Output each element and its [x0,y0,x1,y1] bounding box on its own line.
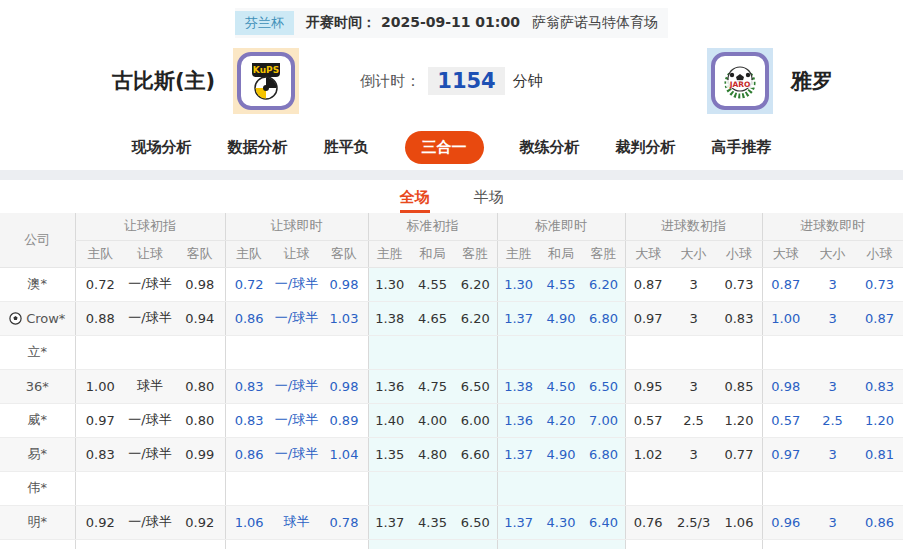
odds-cell[interactable]: 0.87 [762,267,809,301]
odds-cell[interactable]: 6.40 [582,505,625,539]
odds-cell[interactable]: 0.86 [225,437,273,471]
odds-cell[interactable]: 0.73 [856,267,903,301]
odds-cell[interactable]: 0.87 [856,301,903,335]
odds-cell: 0.88 [75,301,125,335]
odds-cell[interactable]: 4.90 [540,301,583,335]
odds-cell [671,539,717,549]
odds-cell[interactable]: 6.80 [582,301,625,335]
odds-cell[interactable]: 2.5 [809,403,856,437]
odds-cell[interactable]: 0.78 [320,505,368,539]
odds-cell[interactable]: 0.83 [225,403,273,437]
odds-cell [175,471,225,505]
odds-cell[interactable]: 1.37 [497,437,540,471]
odds-cell: 0.83 [75,437,125,471]
odds-cell[interactable]: 一/球半 [273,369,321,403]
soccer-ball-icon [9,312,22,325]
odds-cell[interactable]: 0.83 [225,369,273,403]
odds-cell[interactable]: 1.38 [497,369,540,403]
odds-cell [582,539,625,549]
nav-tab-3[interactable]: 胜平负 [324,138,369,157]
odds-cell[interactable]: 6.50 [582,369,625,403]
odds-cell [411,335,454,369]
odds-cell[interactable]: 球半 [273,505,321,539]
odds-cell[interactable]: 1.00 [762,301,809,335]
odds-cell[interactable]: 0.98 [762,369,809,403]
countdown-unit: 分钟 [513,72,543,91]
nav-tab-6[interactable]: 裁判分析 [616,138,676,157]
odds-cell[interactable]: 0.72 [225,267,273,301]
odds-cell [273,335,321,369]
odds-cell[interactable]: 1.37 [497,505,540,539]
odds-cell [625,335,671,369]
odds-cell [411,471,454,505]
odds-cell[interactable]: 1.04 [320,437,368,471]
odds-cell: 3 [671,437,717,471]
odds-cell[interactable]: 7.00 [582,403,625,437]
odds-cell: 2.5 [671,403,717,437]
odds-cell [225,471,273,505]
odds-cell[interactable]: 0.83 [856,369,903,403]
odds-cell[interactable]: 1.37 [497,301,540,335]
odds-cell[interactable]: 3 [809,437,856,471]
company-cell: 立* [0,335,75,369]
nav-tab-5[interactable]: 教练分析 [520,138,580,157]
odds-cell[interactable]: 3 [809,267,856,301]
group-header-6: 进球数即时 [762,213,903,240]
company-cell [0,539,75,549]
jaro-crest-icon: JARO [718,59,762,103]
odds-cell[interactable]: 一/球半 [273,267,321,301]
odds-cell[interactable]: 1.30 [497,267,540,301]
nav-tab-1[interactable]: 现场分析 [132,138,192,157]
company-cell: Crow* [0,301,75,335]
odds-cell[interactable]: 一/球半 [273,301,321,335]
odds-cell[interactable]: 一/球半 [273,403,321,437]
odds-cell[interactable]: 1.06 [225,505,273,539]
odds-cell[interactable]: 0.81 [856,437,903,471]
sub-header: 客队 [175,240,225,267]
odds-cell[interactable]: 4.30 [540,505,583,539]
sub-tab-1[interactable]: 全场 [400,188,430,213]
odds-cell [368,335,411,369]
table-row: 威*0.97一/球半0.800.83一/球半0.891.404.006.001.… [0,403,903,437]
odds-cell[interactable]: 0.57 [762,403,809,437]
odds-cell [75,539,125,549]
odds-cell[interactable]: 0.89 [320,403,368,437]
odds-cell[interactable]: 1.03 [320,301,368,335]
odds-cell[interactable]: 3 [809,369,856,403]
odds-cell[interactable]: 0.96 [762,505,809,539]
odds-cell [125,539,175,549]
odds-cell[interactable]: 3 [809,505,856,539]
odds-cell[interactable]: 4.90 [540,437,583,471]
group-header-5: 进球数初指 [625,213,762,240]
odds-cell[interactable]: 6.80 [582,437,625,471]
odds-cell[interactable]: 1.20 [856,403,903,437]
sub-tab-2[interactable]: 半场 [474,188,504,213]
odds-cell [368,471,411,505]
odds-cell: 3 [671,369,717,403]
odds-cell[interactable]: 4.50 [540,369,583,403]
odds-cell[interactable]: 4.20 [540,403,583,437]
sub-header: 小球 [716,240,762,267]
odds-cell[interactable]: 1.36 [497,403,540,437]
away-team-logo: JARO [707,48,773,114]
nav-tab-4[interactable]: 三合一 [405,131,484,164]
nav-tab-2[interactable]: 数据分析 [228,138,288,157]
nav-tab-7[interactable]: 高手推荐 [712,138,772,157]
odds-cell[interactable]: 0.98 [320,267,368,301]
odds-cell[interactable]: 0.86 [225,301,273,335]
away-team: JARO 雅罗 [707,48,833,114]
odds-cell [75,471,125,505]
odds-cell[interactable]: 6.20 [582,267,625,301]
odds-cell[interactable]: 4.55 [540,267,583,301]
odds-cell [809,335,856,369]
sub-header: 和局 [540,240,583,267]
odds-cell: 1.20 [716,403,762,437]
odds-cell: 0.76 [625,505,671,539]
odds-cell[interactable]: 3 [809,301,856,335]
odds-cell[interactable]: 0.97 [762,437,809,471]
odds-cell[interactable]: 0.98 [320,369,368,403]
odds-cell [856,335,903,369]
odds-cell[interactable]: 0.86 [856,505,903,539]
venue-name: 萨翁萨诺马特体育场 [532,14,658,32]
odds-cell[interactable]: 一/球半 [273,437,321,471]
